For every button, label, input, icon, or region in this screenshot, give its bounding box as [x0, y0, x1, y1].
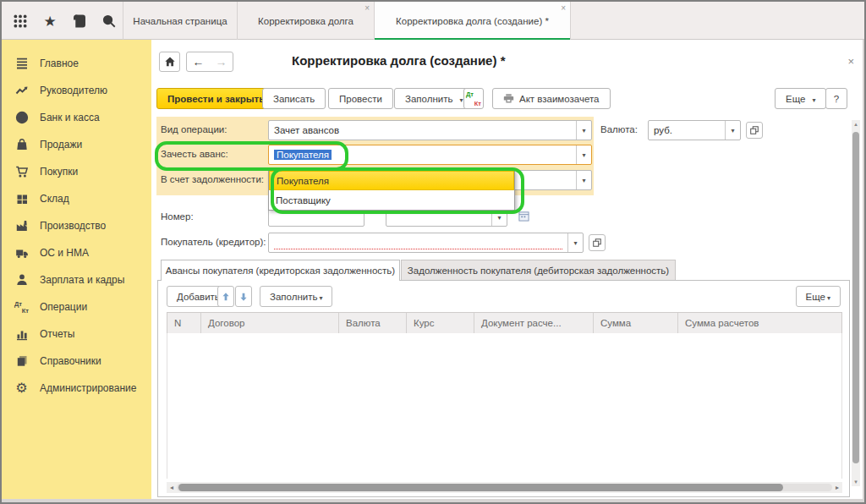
dropdown-arrow-icon[interactable] — [576, 121, 591, 140]
tab-home[interactable]: Начальная страница — [123, 2, 238, 40]
sidebar-item-production[interactable]: Производство — [2, 212, 151, 239]
dropdown-caret-icon — [810, 94, 815, 104]
tab-buyer-advances[interactable]: Авансы покупателя (кредиторская задолжен… — [161, 260, 400, 281]
sidebar-item-reports[interactable]: Отчеты — [2, 320, 151, 348]
tab-label: Корректировка долга — [258, 16, 354, 26]
trend-icon — [14, 84, 29, 98]
column-header-currency[interactable]: Валюта — [339, 313, 407, 333]
window-tab-strip: Начальная страница Корректировка долга К… — [123, 2, 571, 40]
sidebar-item-sales[interactable]: Продажи — [2, 131, 151, 158]
horizontal-scrollbar — [167, 482, 842, 493]
dropdown-arrow-icon[interactable] — [725, 121, 740, 140]
calendar-icon[interactable] — [518, 210, 529, 225]
table-fill-dropdown-button[interactable]: Заполнить — [260, 286, 332, 307]
debt-label: В счет задолженности: — [161, 174, 264, 184]
sidebar: Главное Руководителю Банк и касса Продаж… — [2, 40, 151, 499]
open-link-icon — [749, 125, 759, 135]
tab-debt-adjustment[interactable]: Корректировка долга — [238, 2, 375, 40]
table-more-button[interactable]: Еще — [796, 286, 841, 307]
column-header-contract[interactable]: Договор — [201, 313, 339, 333]
truck-icon — [14, 246, 29, 260]
person-icon — [14, 273, 29, 288]
dropdown-arrow-icon[interactable] — [576, 171, 591, 189]
bar-chart-icon — [14, 327, 29, 342]
date-field[interactable] — [386, 208, 507, 227]
advance-field[interactable]: Покупателя — [268, 145, 592, 165]
ruble-circle-icon — [14, 111, 29, 125]
date-picker-arrow-icon[interactable] — [491, 209, 507, 226]
column-header-n[interactable]: N — [167, 313, 201, 333]
currency-label: Валюта: — [600, 124, 638, 134]
app-window: Начальная страница Корректировка долга К… — [0, 0, 866, 504]
number-field[interactable] — [268, 208, 364, 227]
tab-debt-adjustment-new[interactable]: Корректировка долга (создание) * — [375, 2, 571, 40]
printer-icon — [503, 93, 514, 104]
sidebar-item-bank[interactable]: Банк и касса — [2, 104, 151, 131]
gear-icon — [14, 381, 29, 396]
buyer-open-button[interactable] — [589, 234, 606, 251]
move-down-button[interactable] — [235, 286, 252, 307]
vertical-scrollbar-thumb[interactable] — [852, 132, 859, 463]
sidebar-item-operations[interactable]: ДтКт Операции — [2, 293, 151, 320]
forward-button[interactable] — [210, 52, 233, 71]
horizontal-scrollbar-thumb[interactable] — [178, 484, 783, 491]
post-button[interactable]: Провести — [328, 88, 393, 109]
sidebar-item-administration[interactable]: Администрирование — [2, 375, 151, 402]
sidebar-item-manager[interactable]: Руководителю — [2, 77, 151, 104]
dropdown-option-buyer[interactable]: Покупателя — [269, 171, 514, 190]
sidebar-item-purchases[interactable]: Покупки — [2, 158, 151, 185]
dropdown-arrow-icon[interactable] — [576, 145, 591, 164]
sidebar-item-warehouse[interactable]: Склад — [2, 185, 151, 212]
more-button[interactable]: Еще — [775, 88, 826, 109]
dropdown-option-supplier[interactable]: Поставщику — [269, 190, 514, 210]
save-button[interactable]: Записать — [262, 88, 326, 109]
apps-grid-icon[interactable] — [12, 13, 29, 30]
warehouse-grid-icon — [14, 192, 29, 206]
offset-act-button[interactable]: Акт взаимозачета — [492, 88, 611, 109]
column-header-settlement-amount[interactable]: Сумма расчетов — [678, 313, 841, 333]
number-label: Номер: — [161, 211, 194, 222]
arrow-up-icon — [221, 292, 231, 302]
operation-type-field[interactable]: Зачет авансов — [268, 120, 592, 140]
form-close-icon[interactable] — [847, 55, 854, 68]
advance-label: Зачесть аванс: — [161, 149, 228, 159]
tab-buyer-debt[interactable]: Задолженность покупателя (дебиторская за… — [401, 260, 676, 281]
column-header-document[interactable]: Документ расче... — [474, 313, 594, 333]
tab-label: Начальная страница — [133, 16, 227, 26]
search-icon[interactable] — [101, 13, 118, 30]
column-header-rate[interactable]: Курс — [407, 313, 474, 333]
currency-open-button[interactable] — [746, 122, 763, 139]
help-button[interactable]: ? — [825, 88, 847, 109]
dropdown-caret-icon — [825, 292, 830, 302]
operation-type-label: Вид операции: — [161, 124, 227, 134]
shopping-bag-icon — [14, 138, 29, 152]
currency-field[interactable]: руб. — [648, 120, 741, 140]
dropdown-caret-icon — [317, 292, 322, 302]
dt-kt-postings-button[interactable]: ДтКт — [463, 88, 484, 109]
sidebar-item-directories[interactable]: Справочники — [2, 348, 151, 375]
tab-close-icon[interactable] — [561, 4, 566, 13]
buyer-creditor-field[interactable] — [268, 233, 584, 253]
home-button[interactable] — [159, 52, 180, 72]
document-form: Корректировка долга (создание) * Провест… — [151, 40, 863, 499]
sidebar-item-fixed-assets[interactable]: ОС и НМА — [2, 239, 151, 266]
dropdown-arrow-icon[interactable] — [567, 233, 583, 252]
scroll-right-arrow-icon[interactable] — [832, 484, 842, 491]
history-nav-group — [186, 52, 233, 72]
fill-dropdown-button[interactable]: Заполнить — [394, 88, 474, 109]
back-button[interactable] — [187, 52, 210, 71]
scroll-down-arrow-icon[interactable] — [852, 479, 860, 485]
tab-close-icon[interactable] — [364, 4, 370, 13]
post-and-close-button[interactable]: Провести и закрыть — [156, 88, 276, 109]
table-body-empty[interactable] — [167, 333, 842, 479]
scroll-left-arrow-icon[interactable] — [167, 484, 177, 491]
vertical-scrollbar — [852, 120, 860, 486]
favorites-star-icon[interactable] — [41, 13, 58, 30]
column-header-amount[interactable]: Сумма — [594, 313, 678, 333]
sidebar-item-payroll[interactable]: Зарплата и кадры — [2, 266, 151, 293]
scroll-up-arrow-icon[interactable] — [852, 121, 860, 128]
move-up-button[interactable] — [217, 286, 234, 307]
history-icon[interactable] — [71, 13, 88, 30]
sidebar-item-main[interactable]: Главное — [2, 50, 151, 77]
books-icon — [14, 354, 29, 369]
